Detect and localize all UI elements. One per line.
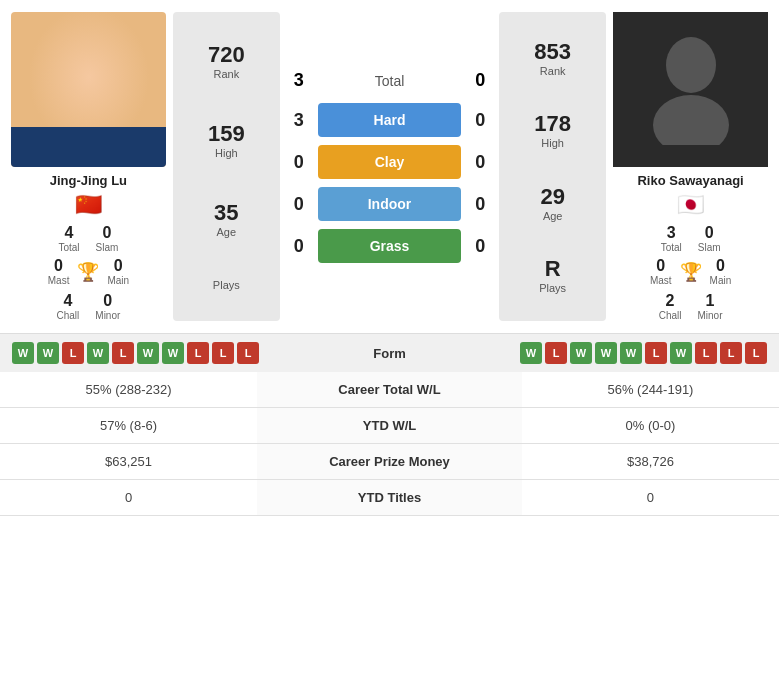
stat-right-val: $38,726 — [522, 444, 779, 480]
trophy-icon-right: 🏆 — [680, 261, 702, 283]
mid-rank-left: 720 Rank — [208, 42, 245, 80]
form-badge-w: W — [162, 342, 184, 364]
mid-high-left: 159 High — [208, 121, 245, 159]
form-badge-w: W — [570, 342, 592, 364]
player-left: Jing-Jing Lu 🇨🇳 4 Total 0 Slam 0 Mast 🏆 — [8, 12, 169, 321]
trophy-icon-left: 🏆 — [77, 261, 99, 283]
player-photo-right — [613, 12, 768, 167]
stat-chall-left: 4 Chall — [57, 292, 80, 321]
form-badge-w: W — [137, 342, 159, 364]
court-badge-clay: Clay — [318, 145, 461, 179]
stat-left-val: 55% (288-232) — [0, 372, 257, 408]
court-column: 3 Total 0 3 Hard 0 0 Clay 0 0 Indoor 0 — [284, 12, 495, 321]
court-row-clay: 0 Clay 0 — [284, 145, 495, 179]
player-stats-left: 4 Total 0 Slam — [58, 224, 118, 253]
court-badge-grass: Grass — [318, 229, 461, 263]
stat-right-val: 56% (244-191) — [522, 372, 779, 408]
middle-stats-right: 853 Rank 178 High 29 Age R Plays — [499, 12, 606, 321]
form-label: Form — [373, 346, 406, 361]
flag-right: 🇯🇵 — [677, 192, 704, 218]
mid-plays-right: R Plays — [539, 256, 566, 294]
stat-minor-left: 0 Minor — [95, 292, 120, 321]
stat-main-right: 0 Main — [710, 257, 732, 286]
stat-slam-left: 0 Slam — [96, 224, 119, 253]
stats-table: 55% (288-232) Career Total W/L 56% (244-… — [0, 372, 779, 516]
player-name-left: Jing-Jing Lu — [50, 173, 127, 188]
form-badge-l: L — [695, 342, 717, 364]
stat-slam-right: 0 Slam — [698, 224, 721, 253]
stats-row: $63,251 Career Prize Money $38,726 — [0, 444, 779, 480]
stat-mast-right: 0 Mast — [650, 257, 672, 286]
stats-row: 57% (8-6) YTD W/L 0% (0-0) — [0, 408, 779, 444]
form-badges-right: WLWWWLWLLL — [520, 342, 767, 364]
stat-chall-right: 2 Chall — [659, 292, 682, 321]
svg-point-1 — [653, 95, 729, 145]
form-badge-l: L — [745, 342, 767, 364]
form-badge-w: W — [12, 342, 34, 364]
stat-left-val: 57% (8-6) — [0, 408, 257, 444]
stat-minor-right: 1 Minor — [697, 292, 722, 321]
player-right: Riko Sawayanagi 🇯🇵 3 Total 0 Slam 0 Mast… — [610, 12, 771, 321]
total-row: 3 Total 0 — [284, 70, 495, 91]
player-photo-left — [11, 12, 166, 167]
mid-high-right: 178 High — [534, 111, 571, 149]
stat-right-val: 0% (0-0) — [522, 408, 779, 444]
stat-center-label: YTD Titles — [257, 480, 522, 516]
main-container: Jing-Jing Lu 🇨🇳 4 Total 0 Slam 0 Mast 🏆 — [0, 0, 779, 516]
mid-rank-right: 853 Rank — [534, 39, 571, 77]
form-badge-w: W — [520, 342, 542, 364]
stat-center-label: YTD W/L — [257, 408, 522, 444]
stat-center-label: Career Total W/L — [257, 372, 522, 408]
mid-age-left: 35 Age — [214, 200, 238, 238]
stat-mast-left: 0 Mast — [48, 257, 70, 286]
form-badge-l: L — [720, 342, 742, 364]
stats-row: 55% (288-232) Career Total W/L 56% (244-… — [0, 372, 779, 408]
stat-left-val: $63,251 — [0, 444, 257, 480]
form-badge-l: L — [545, 342, 567, 364]
trophy-row-right: 0 Mast 🏆 0 Main — [650, 257, 731, 286]
trophy-row-left: 0 Mast 🏆 0 Main — [48, 257, 129, 286]
player-stats-chall-right: 2 Chall 1 Minor — [659, 292, 723, 321]
court-row-hard: 3 Hard 0 — [284, 103, 495, 137]
form-badge-l: L — [62, 342, 84, 364]
stat-total-left: 4 Total — [58, 224, 79, 253]
form-badge-w: W — [37, 342, 59, 364]
form-badges-left: WWLWLWWLLL — [12, 342, 259, 364]
form-badge-w: W — [87, 342, 109, 364]
mid-plays-left: Plays — [213, 279, 240, 291]
form-badge-l: L — [112, 342, 134, 364]
form-section: WWLWLWWLLL Form WLWWWLWLLL — [0, 333, 779, 372]
form-badge-w: W — [670, 342, 692, 364]
stat-right-val: 0 — [522, 480, 779, 516]
form-badge-l: L — [212, 342, 234, 364]
player-stats-chall-left: 4 Chall 0 Minor — [57, 292, 121, 321]
svg-point-0 — [666, 37, 716, 93]
top-section: Jing-Jing Lu 🇨🇳 4 Total 0 Slam 0 Mast 🏆 — [0, 0, 779, 333]
stat-left-val: 0 — [0, 480, 257, 516]
stat-total-right: 3 Total — [661, 224, 682, 253]
form-badge-w: W — [620, 342, 642, 364]
form-badge-w: W — [595, 342, 617, 364]
stats-row: 0 YTD Titles 0 — [0, 480, 779, 516]
stat-center-label: Career Prize Money — [257, 444, 522, 480]
stat-main-left: 0 Main — [107, 257, 129, 286]
court-badge-hard: Hard — [318, 103, 461, 137]
silhouette-svg — [651, 35, 731, 145]
court-row-grass: 0 Grass 0 — [284, 229, 495, 263]
court-row-indoor: 0 Indoor 0 — [284, 187, 495, 221]
court-badge-indoor: Indoor — [318, 187, 461, 221]
flag-left: 🇨🇳 — [75, 192, 102, 218]
mid-age-right: 29 Age — [540, 184, 564, 222]
form-badge-l: L — [187, 342, 209, 364]
player-stats-right: 3 Total 0 Slam — [661, 224, 721, 253]
form-badge-l: L — [645, 342, 667, 364]
form-badge-l: L — [237, 342, 259, 364]
player-name-right: Riko Sawayanagi — [637, 173, 743, 188]
middle-stats-left: 720 Rank 159 High 35 Age Plays — [173, 12, 280, 321]
